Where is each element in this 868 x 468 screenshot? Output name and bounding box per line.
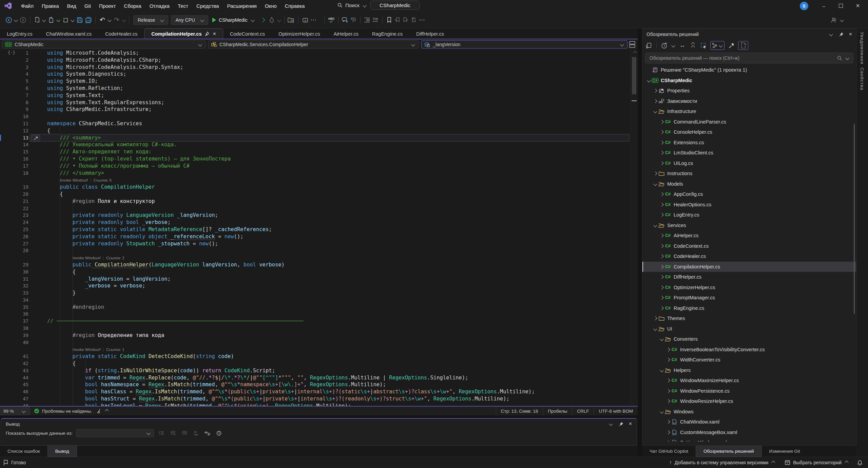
tree-item[interactable]: Helpers [642, 365, 856, 376]
tree-item[interactable]: Properties [642, 86, 856, 96]
undo-button[interactable]: ↶ [98, 16, 107, 24]
tree-item[interactable]: C#PromptManager.cs [642, 293, 856, 303]
code-line[interactable]: 48 bool hasTopLevel = Regex.IsMatch(trim… [0, 403, 638, 406]
menu-item-8[interactable]: Тест [174, 2, 192, 10]
tree-chevron-right-icon[interactable] [653, 100, 658, 102]
scroll-up-icon[interactable] [633, 51, 637, 55]
tree-item[interactable]: C#CodeContext.cs [642, 241, 856, 251]
timestamp-icon[interactable] [215, 429, 223, 437]
bell-icon[interactable] [857, 460, 863, 466]
code-line[interactable]: 29 public CompilationHelper(LanguageVers… [0, 261, 638, 268]
outline-braces-icon[interactable]: {·} [8, 50, 15, 55]
tree-chevron-right-icon[interactable] [653, 172, 658, 175]
code-line[interactable]: 39 #region Определение типа кода [0, 332, 638, 339]
code-editor[interactable]: 1using Microsoft.CodeAnalysis;2using Mic… [0, 50, 638, 406]
line-number-gutter[interactable]: 30 [0, 268, 47, 276]
line-number-gutter[interactable]: 33 [0, 289, 47, 297]
tree-item[interactable]: C#WindowPersistence.cs [642, 386, 856, 396]
line-number-gutter[interactable]: 7 [0, 92, 47, 99]
tree-item[interactable]: C#WindowMaximizeHelper.cs [642, 375, 856, 386]
close-icon[interactable]: × [629, 421, 632, 427]
line-number-gutter[interactable]: 16 [0, 155, 47, 163]
line-number-gutter[interactable]: 17 [0, 163, 47, 170]
line-number-gutter[interactable]: 28 [0, 247, 47, 254]
collapse-all-button[interactable] [689, 41, 697, 50]
decrease-indent-button[interactable] [363, 16, 371, 24]
sync-with-active-document-button[interactable] [645, 41, 653, 50]
minimize-button[interactable]: – [816, 0, 831, 12]
tree-item[interactable]: C#RagEngine.cs [642, 303, 856, 314]
code-line[interactable]: 28 [0, 247, 638, 254]
tree-item[interactable]: C#LogEntry.cs [642, 210, 856, 220]
solution-configuration-dropdown[interactable]: Release [133, 15, 168, 25]
code-line[interactable]: 37// ───────────────────────────────────… [0, 318, 638, 325]
tree-item[interactable]: Themes [642, 313, 856, 324]
navigate-back-button[interactable] [5, 16, 13, 24]
solution-platform-dropdown[interactable]: Any CPU [171, 15, 208, 25]
tree-chevron-right-icon[interactable] [659, 255, 664, 258]
chevron-down-icon[interactable] [277, 18, 281, 22]
menu-item-4[interactable]: Git [80, 2, 95, 10]
line-number-gutter[interactable]: 3 [0, 64, 47, 71]
tree-item[interactable]: Models [642, 179, 856, 189]
add-to-source-control-button[interactable]: ↑ Добавить в систему управления версиями [669, 460, 776, 466]
code-line[interactable]: 16 /// • Скрипт (top-level statements) —… [0, 155, 638, 163]
zoom-level-dropdown[interactable]: 99 % [0, 407, 30, 415]
code-line[interactable]: 8using System.Text.RegularExpressions; [0, 99, 638, 106]
save-all-button[interactable] [84, 16, 93, 24]
code-line[interactable]: 34 [0, 297, 638, 304]
code-line[interactable]: 44 var trimmed = Regex.Replace(code, @"/… [0, 374, 638, 381]
tree-chevron-right-icon[interactable] [659, 120, 664, 123]
tree-item[interactable]: C#WidthConverter.cs [642, 355, 856, 365]
menu-item-12[interactable]: Справка [281, 2, 309, 10]
tree-chevron-right-icon[interactable] [659, 286, 664, 289]
chevron-down-icon[interactable] [56, 18, 60, 22]
spell-check-button[interactable]: ABC [327, 16, 335, 24]
code-line[interactable]: 31 _langVersion = langVersion; [0, 276, 638, 283]
doc-tab[interactable]: CodeContext.cs [223, 29, 272, 39]
pin-icon[interactable] [839, 32, 844, 37]
code-line[interactable]: 18 /// </summary> [0, 170, 638, 177]
line-number-gutter[interactable]: 34 [0, 297, 47, 304]
code-line[interactable]: 13 /// <summary> [0, 134, 638, 142]
tree-chevron-right-icon[interactable] [666, 441, 671, 442]
line-number-gutter[interactable]: 21 [0, 198, 47, 205]
panel-tab[interactable]: Изменения Git [762, 446, 808, 457]
previous-message-icon[interactable] [169, 429, 177, 437]
codelens-invoke-link[interactable]: Invoke Windsurf [73, 348, 100, 352]
show-all-files-toggle[interactable] [738, 41, 748, 50]
find-in-files-button[interactable] [287, 16, 295, 24]
menu-item-10[interactable]: Расширения [223, 2, 261, 10]
indentation-status[interactable]: Пробелы [543, 407, 572, 415]
chevron-down-icon[interactable] [845, 56, 849, 60]
track-active-item-toggle[interactable] [710, 41, 725, 50]
code-line[interactable]: 12{ [0, 127, 638, 134]
tree-chevron-down-icon[interactable] [653, 183, 658, 185]
tree-item[interactable]: Converters [642, 334, 856, 344]
tree-item[interactable]: C#DiffHelper.cs [642, 272, 856, 282]
line-number-gutter[interactable]: 22 [0, 205, 47, 212]
panel-tab[interactable]: Вывод [47, 446, 77, 457]
codelens-references-link[interactable]: Ссылок: 1 [106, 348, 124, 352]
live-share-button[interactable] [829, 16, 837, 24]
doc-tab[interactable]: LogEntry.cs [0, 29, 39, 39]
pin-icon[interactable] [205, 32, 209, 36]
pin-icon[interactable] [619, 422, 623, 426]
tree-chevron-right-icon[interactable] [666, 420, 671, 423]
increase-indent-button[interactable] [371, 16, 380, 24]
code-line[interactable]: 22 [0, 205, 638, 212]
tree-item[interactable]: Windows [642, 407, 856, 417]
hot-reload-button[interactable] [268, 16, 276, 24]
open-file-button[interactable] [47, 16, 55, 24]
codelens-invoke-link[interactable]: Invoke Windsurf [60, 178, 88, 182]
menu-item-5[interactable]: Проект [95, 2, 120, 10]
chevron-down-icon[interactable] [609, 422, 613, 426]
close-icon[interactable]: × [213, 31, 216, 37]
doc-tab[interactable]: RagEngine.cs [365, 29, 409, 39]
solution-name-pill[interactable]: CSharpMedic [370, 1, 420, 10]
chevron-up-icon[interactable] [105, 409, 109, 413]
chevron-down-icon[interactable] [122, 18, 126, 22]
tree-item[interactable]: C#CodeHealer.cs [642, 251, 856, 262]
menu-item-9[interactable]: Средства [192, 2, 223, 10]
code-line[interactable]: 20 { [0, 191, 638, 198]
